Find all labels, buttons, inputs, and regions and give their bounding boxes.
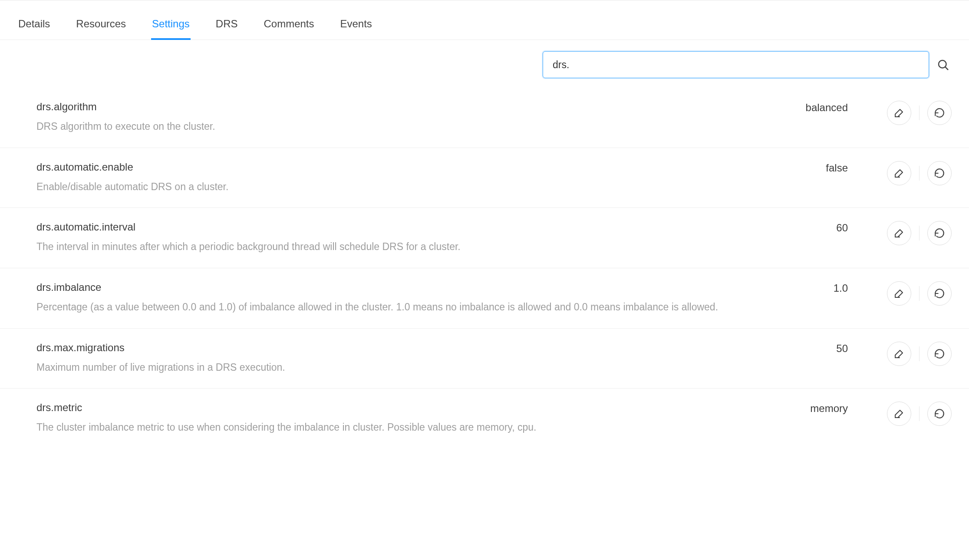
setting-actions [887,101,952,125]
setting-actions [887,221,952,245]
setting-description: Enable/disable automatic DRS on a cluste… [36,179,807,195]
edit-icon [894,288,904,299]
setting-info: drs.algorithm DRS algorithm to execute o… [36,101,806,135]
setting-value: 50 [817,342,887,355]
reset-icon [934,408,945,419]
tab-events[interactable]: Events [339,13,373,40]
setting-info: drs.imbalance Percentage (as a value bet… [36,281,817,315]
edit-button[interactable] [887,101,911,125]
separator [919,406,920,421]
reset-icon [934,107,945,119]
setting-actions [887,161,952,185]
settings-list: drs.algorithm DRS algorithm to execute o… [0,80,969,448]
setting-name: drs.automatic.enable [36,161,807,173]
tab-comments[interactable]: Comments [263,13,315,40]
separator [919,346,920,361]
reset-icon [934,288,945,299]
edit-button[interactable] [887,161,911,185]
setting-name: drs.automatic.interval [36,221,807,233]
reset-button[interactable] [927,281,952,306]
reset-button[interactable] [927,101,952,125]
separator [919,226,920,240]
setting-info: drs.automatic.enable Enable/disable auto… [36,161,817,195]
edit-button[interactable] [887,402,911,426]
setting-info: drs.max.migrations Maximum number of liv… [36,342,817,376]
setting-description: Maximum number of live migrations in a D… [36,360,807,376]
setting-value: false [817,161,887,174]
setting-value: balanced [806,101,887,114]
svg-line-1 [946,67,948,70]
setting-row: drs.automatic.interval The interval in m… [0,208,969,268]
reset-button[interactable] [927,221,952,245]
setting-actions [887,402,952,426]
edit-button[interactable] [887,281,911,306]
setting-description: The cluster imbalance metric to use when… [36,420,800,435]
setting-row: drs.max.migrations Maximum number of liv… [0,329,969,389]
search-icon[interactable] [934,56,952,73]
setting-row: drs.algorithm DRS algorithm to execute o… [0,88,969,148]
setting-actions [887,342,952,366]
edit-button[interactable] [887,342,911,366]
reset-button[interactable] [927,402,952,426]
setting-info: drs.automatic.interval The interval in m… [36,221,817,255]
setting-value: memory [810,402,887,415]
separator [919,286,920,301]
tab-settings[interactable]: Settings [151,13,191,40]
edit-icon [894,108,904,118]
setting-name: drs.imbalance [36,281,807,293]
edit-icon [894,349,904,359]
setting-row: drs.metric The cluster imbalance metric … [0,389,969,448]
tab-details[interactable]: Details [17,13,51,40]
separator [919,166,920,181]
tab-drs[interactable]: DRS [215,13,239,40]
setting-description: The interval in minutes after which a pe… [36,239,807,255]
tab-resources[interactable]: Resources [75,13,127,40]
settings-page: Details Resources Settings DRS Comments … [0,0,969,560]
setting-name: drs.metric [36,402,800,414]
setting-value: 1.0 [817,281,887,294]
reset-icon [934,168,945,179]
reset-icon [934,348,945,359]
edit-icon [894,228,904,238]
setting-name: drs.algorithm [36,101,795,113]
setting-description: Percentage (as a value between 0.0 and 1… [36,300,807,315]
setting-description: DRS algorithm to execute on the cluster. [36,119,795,135]
setting-value: 60 [817,221,887,234]
reset-button[interactable] [927,342,952,366]
setting-row: drs.imbalance Percentage (as a value bet… [0,268,969,329]
edit-icon [894,168,904,178]
setting-actions [887,281,952,306]
tab-bar: Details Resources Settings DRS Comments … [0,2,969,40]
separator [919,105,920,120]
setting-name: drs.max.migrations [36,342,807,354]
setting-info: drs.metric The cluster imbalance metric … [36,402,810,435]
reset-icon [934,227,945,239]
edit-icon [894,408,904,419]
settings-search-input[interactable] [543,51,929,78]
reset-button[interactable] [927,161,952,185]
search-row [0,40,969,80]
edit-button[interactable] [887,221,911,245]
setting-row: drs.automatic.enable Enable/disable auto… [0,148,969,208]
